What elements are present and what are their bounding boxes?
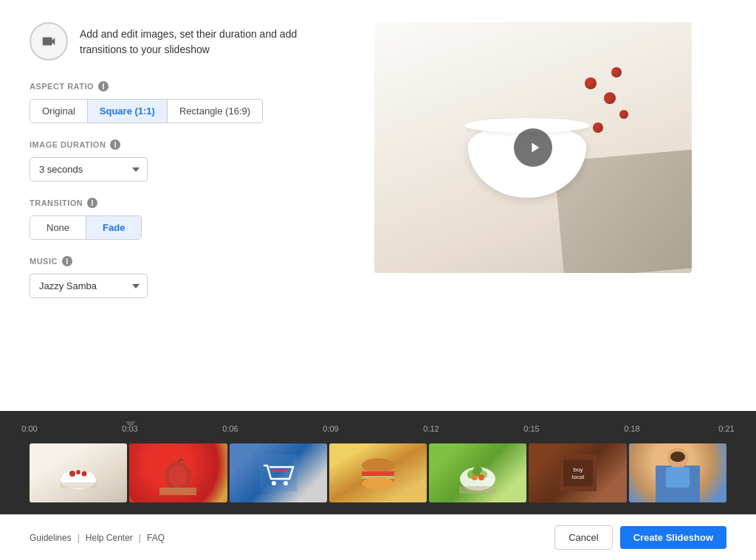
svg-point-13 [362, 458, 394, 473]
svg-point-7 [169, 466, 187, 488]
timeline-section: 0:00 0:03 0:06 0:09 0:12 0:15 0:18 0:21 [0, 411, 756, 514]
timeline-thumb-7[interactable] [629, 443, 726, 502]
footer: Guidelines | Help Center | FAQ Cancel Cr… [0, 514, 756, 560]
svg-point-17 [362, 477, 394, 489]
cancel-button[interactable]: Cancel [554, 525, 612, 550]
svg-rect-31 [666, 467, 690, 488]
svg-point-10 [272, 481, 276, 485]
video-camera-icon [41, 33, 57, 49]
time-marker-4: 0:12 [423, 424, 439, 433]
cart-thumb-art [256, 451, 300, 495]
apple-thumb-art [159, 451, 196, 495]
thumb-inner-6: buy local [529, 443, 626, 502]
svg-point-32 [670, 452, 685, 462]
svg-point-11 [284, 481, 288, 485]
aspect-ratio-label: ASPECT RATIO i [30, 81, 310, 91]
svg-text:buy: buy [573, 466, 583, 473]
timeline-thumb-6[interactable]: buy local [529, 443, 626, 502]
left-panel: Add and edit images, set their duration … [30, 22, 310, 389]
play-button[interactable] [514, 128, 552, 167]
timeline-markers: 0:00 0:03 0:06 0:09 0:12 0:15 0:18 0:21 [30, 420, 726, 438]
header-description: Add and edit images, set their duration … [80, 22, 310, 58]
thumb-inner-3 [230, 443, 327, 502]
timeline-thumb-3[interactable] [230, 443, 327, 502]
music-section: MUSIC i None Jazzy Samba Summer Vibes Ac… [30, 256, 310, 298]
music-info-icon[interactable]: i [62, 256, 72, 266]
timeline-cursor[interactable] [130, 420, 131, 438]
time-marker-7: 0:21 [718, 424, 734, 433]
raspberry-4 [619, 110, 628, 119]
buyfresh-thumb-art: buy local [556, 451, 600, 495]
music-label: MUSIC i [30, 256, 310, 266]
image-duration-select[interactable]: 1 second 2 seconds 3 seconds 4 seconds 5… [30, 157, 148, 182]
aspect-ratio-btn-group: Original Square (1:1) Rectangle (16:9) [30, 99, 263, 123]
cursor-arrow [126, 421, 136, 429]
cereal-thumb-art [56, 454, 100, 491]
raspberry-5 [593, 122, 603, 133]
transition-section: TRANSITION i None Fade [30, 198, 310, 240]
woman-thumb-art [656, 443, 700, 502]
guidelines-link[interactable]: Guidelines [30, 533, 72, 543]
image-duration-label: IMAGE DURATION i [30, 139, 310, 150]
raspberry-2 [604, 92, 616, 104]
svg-rect-12 [272, 470, 287, 471]
aspect-ratio-section: ASPECT RATIO i Original Square (1:1) Rec… [30, 81, 310, 123]
transition-btn-group: None Fade [30, 215, 142, 240]
aspect-ratio-square-btn[interactable]: Square (1:1) [88, 100, 168, 122]
svg-point-23 [478, 474, 484, 480]
svg-rect-26 [563, 460, 593, 486]
transition-fade-btn[interactable]: Fade [86, 216, 141, 239]
svg-text:local: local [571, 474, 584, 480]
image-duration-info-icon[interactable]: i [110, 139, 120, 150]
thumb-inner-7 [629, 443, 726, 502]
footer-links: Guidelines | Help Center | FAQ [30, 533, 165, 543]
preview-panel [340, 22, 726, 389]
svg-rect-24 [459, 486, 496, 494]
aspect-ratio-info-icon[interactable]: i [98, 81, 109, 91]
music-select[interactable]: None Jazzy Samba Summer Vibes Acoustic B… [30, 274, 148, 298]
preview-image [374, 22, 692, 273]
thumb-inner-2 [129, 443, 227, 502]
svg-rect-5 [60, 483, 97, 488]
svg-point-2 [69, 471, 75, 477]
timeline-thumb-2[interactable] [129, 443, 227, 502]
transition-info-icon[interactable]: i [87, 198, 97, 208]
footer-actions: Cancel Create Slideshow [554, 525, 726, 550]
image-duration-section: IMAGE DURATION i 1 second 2 seconds 3 se… [30, 139, 310, 182]
svg-point-4 [82, 471, 87, 477]
timeline-thumb-5[interactable] [429, 443, 526, 502]
create-slideshow-button[interactable]: Create Slideshow [620, 526, 726, 549]
salad-thumb-art [456, 451, 500, 495]
aspect-ratio-original-btn[interactable]: Original [30, 100, 88, 122]
separator-1: | [78, 533, 80, 543]
transition-label: TRANSITION i [30, 198, 310, 208]
header-section: Add and edit images, set their duration … [30, 22, 310, 61]
separator-2: | [139, 533, 141, 543]
raspberry-1 [585, 77, 597, 89]
aspect-ratio-rectangle-btn[interactable]: Rectangle (16:9) [168, 100, 262, 122]
time-marker-2: 0:06 [222, 424, 238, 433]
transition-none-btn[interactable]: None [30, 216, 86, 239]
play-icon [526, 139, 543, 156]
faq-link[interactable]: FAQ [147, 533, 165, 543]
timeline-thumb-4[interactable] [329, 443, 427, 502]
burger-thumb-art [356, 451, 400, 495]
help-center-link[interactable]: Help Center [86, 533, 133, 543]
thumb-inner-4 [329, 443, 427, 502]
thumb-inner-1 [30, 443, 127, 502]
thumb-inner-5 [429, 443, 526, 502]
svg-point-22 [472, 474, 478, 480]
time-marker-0: 0:00 [21, 424, 37, 433]
video-icon-circle [30, 22, 68, 61]
timeline-thumb-1[interactable] [30, 443, 127, 502]
svg-point-3 [76, 470, 80, 474]
svg-rect-8 [159, 488, 196, 495]
timeline-track: buy local [30, 443, 726, 502]
time-marker-3: 0:09 [323, 424, 338, 433]
time-marker-5: 0:15 [523, 424, 539, 433]
time-marker-6: 0:18 [624, 424, 639, 433]
